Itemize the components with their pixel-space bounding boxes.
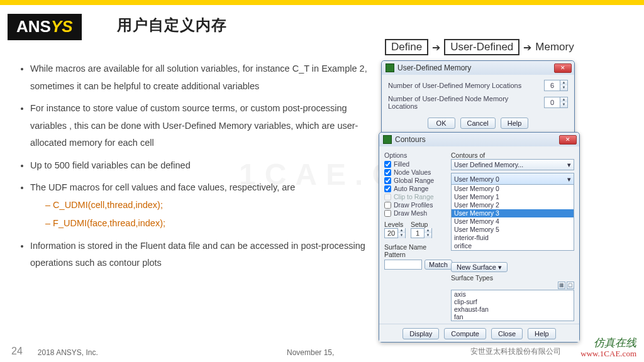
opt-filled[interactable]: Filled <box>384 160 446 168</box>
checkbox[interactable] <box>384 169 391 176</box>
combo-value: User Memory 0 <box>454 175 499 183</box>
stypes-text: Surface Types <box>451 274 493 282</box>
dialog-icon <box>383 135 392 144</box>
help-button[interactable]: Help <box>501 118 529 129</box>
list-item[interactable]: User Memory 5 <box>452 226 574 234</box>
opt-globalrange[interactable]: Global Range <box>384 177 446 184</box>
options-label: Options <box>384 151 446 159</box>
field-listbox[interactable]: User Memory 0User Memory 1User Memory 2U… <box>451 184 574 251</box>
chevron-down-icon: ▾ <box>567 161 571 168</box>
surface-types-listbox[interactable]: axisclip-surfexhaust-fanfan <box>451 290 574 321</box>
close-button[interactable]: Close <box>491 328 523 339</box>
logo-part-b: YS <box>51 17 73 36</box>
footer: 24 2018 ANSYS, Inc. November 15, 安世亚太科技股… <box>11 346 636 357</box>
list-item[interactable]: exhaust-fan <box>452 305 574 313</box>
spin-down-icon[interactable]: ▼ <box>560 102 567 107</box>
list-item[interactable]: clip-surf <box>452 298 574 305</box>
surface-pattern-label: Surface Name Pattern <box>384 243 446 258</box>
watermark-line1: 仿真在线 <box>580 337 636 349</box>
bullet-item: The UDF macros for cell values and face … <box>30 179 367 233</box>
list-item[interactable]: outlet <box>452 250 574 251</box>
list-item[interactable]: User Memory 0 <box>452 185 574 193</box>
opt-autorange[interactable]: Auto Range <box>384 185 446 192</box>
checkbox[interactable] <box>384 161 391 168</box>
select-all-icon[interactable]: ▦ <box>558 282 565 289</box>
bullet-list: While macros are available for all solut… <box>15 60 367 277</box>
list-item[interactable]: orifice <box>452 242 574 250</box>
sub-bullet: F_UDMI(face,thread,index); <box>45 215 367 233</box>
udm-row2-value: 0 <box>545 99 560 106</box>
menu-define: Define <box>385 39 428 55</box>
udm-row2-spinner[interactable]: 0 ▲▼ <box>544 97 568 108</box>
bullet-item: Up to 500 field variables can be defined <box>30 157 367 175</box>
help-button[interactable]: Help <box>528 328 556 339</box>
watermark: 仿真在线 www.1CAE.com <box>580 337 636 358</box>
list-item[interactable]: User Memory 2 <box>452 201 574 209</box>
list-item[interactable]: User Memory 3 <box>452 209 574 217</box>
list-item[interactable]: fan <box>452 313 574 321</box>
checkbox[interactable] <box>384 177 391 184</box>
opt-nodevals[interactable]: Node Values <box>384 168 446 176</box>
chevron-down-icon: ▾ <box>567 175 571 183</box>
footer-date: November 15, <box>287 348 334 357</box>
udm-title: User-Defined Memory <box>397 63 554 72</box>
setup-value: 1 <box>411 229 424 237</box>
list-item[interactable]: User Memory 1 <box>452 193 574 201</box>
levels-label: Levels <box>384 221 406 228</box>
opt-label: Auto Range <box>394 185 428 192</box>
udm-row1-spinner[interactable]: 6 ▲▼ <box>544 80 568 91</box>
checkbox <box>384 194 391 200</box>
match-button[interactable]: Match <box>425 260 452 270</box>
bullet-item: While macros are available for all solut… <box>30 60 367 95</box>
levels-spinner[interactable]: 20 ▲▼ <box>384 228 406 238</box>
spin-down-icon[interactable]: ▼ <box>397 233 405 238</box>
contours-of-combo[interactable]: User Defined Memory... ▾ <box>451 159 574 170</box>
bullet-text: The UDF macros for cell values and face … <box>30 182 295 192</box>
watermark-line2: www.1CAE.com <box>580 349 636 358</box>
spin-up-icon[interactable]: ▲ <box>397 228 405 233</box>
udm-row1-label: Number of User-Defined Memory Locations <box>388 82 539 89</box>
menu-user-defined: User-Defined <box>444 39 519 55</box>
list-item[interactable]: interior-fluid <box>452 234 574 242</box>
setup-spinner[interactable]: 1 ▲▼ <box>411 228 432 238</box>
spin-down-icon[interactable]: ▼ <box>424 233 431 238</box>
cancel-button[interactable]: Cancel <box>460 118 496 129</box>
sub-bullet: C_UDMI(cell,thread,index); <box>45 197 367 214</box>
checkbox[interactable] <box>384 185 391 192</box>
close-icon[interactable]: ✕ <box>554 63 572 73</box>
spin-up-icon[interactable]: ▲ <box>560 80 567 85</box>
menu-memory: Memory <box>535 41 574 53</box>
opt-profiles[interactable]: Draw Profiles <box>384 201 446 209</box>
close-icon[interactable]: ✕ <box>559 135 577 145</box>
list-item[interactable]: axis <box>452 290 574 298</box>
footer-company: 2018 ANSYS, Inc. <box>38 348 98 357</box>
udm-row2-label: Number of User-Defined Node Memory Locat… <box>388 95 539 110</box>
opt-label: Node Values <box>394 168 431 176</box>
field-combo[interactable]: User Memory 0 ▾ <box>451 173 574 184</box>
new-surface-button[interactable]: New Surface ▾ <box>451 262 508 272</box>
surface-pattern-input[interactable] <box>384 260 422 270</box>
checkbox[interactable] <box>384 210 391 217</box>
spin-up-icon[interactable]: ▲ <box>560 97 567 102</box>
contours-titlebar[interactable]: Contours ✕ <box>379 133 579 146</box>
opt-mesh[interactable]: Draw Mesh <box>384 209 446 217</box>
surface-types-label: Surface Types <box>451 274 574 282</box>
ok-button[interactable]: OK <box>428 118 455 129</box>
bullet-item: For instance to store value of custom so… <box>30 100 367 152</box>
contours-title: Contours <box>395 135 559 144</box>
deselect-all-icon[interactable]: ▢ <box>567 282 574 289</box>
arrow-icon: ➔ <box>432 41 440 53</box>
opt-label: Filled <box>394 160 409 168</box>
opt-clip: Clip to Range <box>384 193 446 200</box>
spin-down-icon[interactable]: ▼ <box>560 85 567 90</box>
spin-up-icon[interactable]: ▲ <box>424 228 431 233</box>
combo-value: User Defined Memory... <box>454 161 523 168</box>
checkbox[interactable] <box>384 202 391 209</box>
display-button[interactable]: Display <box>402 328 439 339</box>
menu-path: Define ➔ User-Defined ➔ Memory <box>385 39 574 55</box>
compute-button[interactable]: Compute <box>444 328 486 339</box>
udm-titlebar[interactable]: User-Defined Memory ✕ <box>382 61 574 75</box>
list-item[interactable]: User Memory 4 <box>452 217 574 226</box>
logo-part-a: ANS <box>16 17 51 36</box>
opt-label: Clip to Range <box>394 193 434 200</box>
